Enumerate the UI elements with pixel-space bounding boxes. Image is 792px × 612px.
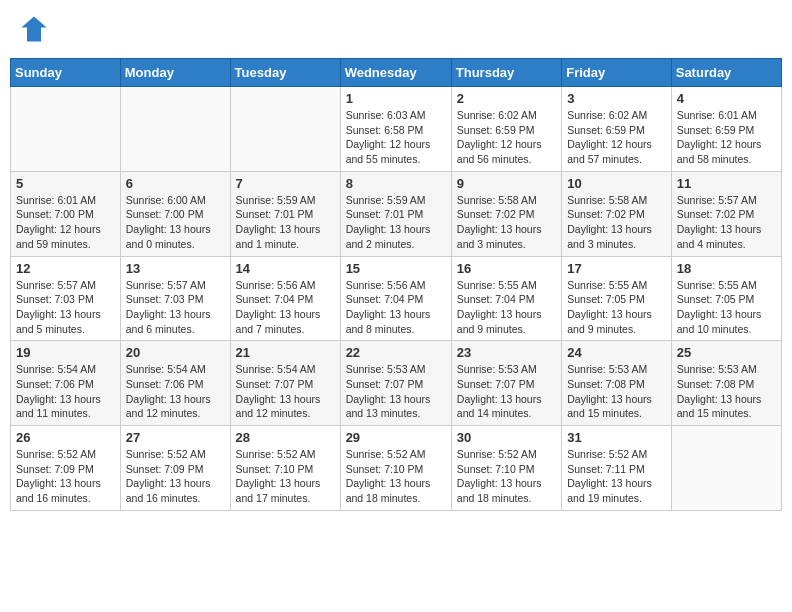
day-number: 9 <box>457 176 556 191</box>
cell-content: Sunrise: 5:56 AMSunset: 7:04 PMDaylight:… <box>236 278 335 337</box>
calendar-table: SundayMondayTuesdayWednesdayThursdayFrid… <box>10 58 782 511</box>
weekday-header-tuesday: Tuesday <box>230 59 340 87</box>
day-number: 21 <box>236 345 335 360</box>
calendar-cell: 11Sunrise: 5:57 AMSunset: 7:02 PMDayligh… <box>671 171 781 256</box>
calendar-cell: 12Sunrise: 5:57 AMSunset: 7:03 PMDayligh… <box>11 256 121 341</box>
cell-content: Sunrise: 5:54 AMSunset: 7:07 PMDaylight:… <box>236 362 335 421</box>
cell-content: Sunrise: 6:02 AMSunset: 6:59 PMDaylight:… <box>457 108 556 167</box>
cell-content: Sunrise: 5:53 AMSunset: 7:08 PMDaylight:… <box>677 362 776 421</box>
weekday-header-row: SundayMondayTuesdayWednesdayThursdayFrid… <box>11 59 782 87</box>
day-number: 26 <box>16 430 115 445</box>
calendar-cell: 2Sunrise: 6:02 AMSunset: 6:59 PMDaylight… <box>451 87 561 172</box>
day-number: 17 <box>567 261 666 276</box>
cell-content: Sunrise: 5:53 AMSunset: 7:07 PMDaylight:… <box>346 362 446 421</box>
day-number: 22 <box>346 345 446 360</box>
cell-content: Sunrise: 5:59 AMSunset: 7:01 PMDaylight:… <box>346 193 446 252</box>
day-number: 18 <box>677 261 776 276</box>
calendar-cell <box>230 87 340 172</box>
calendar-cell: 18Sunrise: 5:55 AMSunset: 7:05 PMDayligh… <box>671 256 781 341</box>
weekday-header-friday: Friday <box>562 59 672 87</box>
calendar-cell: 29Sunrise: 5:52 AMSunset: 7:10 PMDayligh… <box>340 426 451 511</box>
day-number: 8 <box>346 176 446 191</box>
day-number: 24 <box>567 345 666 360</box>
calendar-cell: 4Sunrise: 6:01 AMSunset: 6:59 PMDaylight… <box>671 87 781 172</box>
calendar-cell: 7Sunrise: 5:59 AMSunset: 7:01 PMDaylight… <box>230 171 340 256</box>
cell-content: Sunrise: 5:57 AMSunset: 7:03 PMDaylight:… <box>126 278 225 337</box>
cell-content: Sunrise: 5:52 AMSunset: 7:09 PMDaylight:… <box>16 447 115 506</box>
calendar-cell: 27Sunrise: 5:52 AMSunset: 7:09 PMDayligh… <box>120 426 230 511</box>
calendar-cell: 19Sunrise: 5:54 AMSunset: 7:06 PMDayligh… <box>11 341 121 426</box>
calendar-cell: 14Sunrise: 5:56 AMSunset: 7:04 PMDayligh… <box>230 256 340 341</box>
cell-content: Sunrise: 5:53 AMSunset: 7:08 PMDaylight:… <box>567 362 666 421</box>
cell-content: Sunrise: 6:02 AMSunset: 6:59 PMDaylight:… <box>567 108 666 167</box>
day-number: 2 <box>457 91 556 106</box>
day-number: 19 <box>16 345 115 360</box>
day-number: 10 <box>567 176 666 191</box>
calendar-cell: 6Sunrise: 6:00 AMSunset: 7:00 PMDaylight… <box>120 171 230 256</box>
day-number: 27 <box>126 430 225 445</box>
calendar-cell: 25Sunrise: 5:53 AMSunset: 7:08 PMDayligh… <box>671 341 781 426</box>
cell-content: Sunrise: 5:57 AMSunset: 7:03 PMDaylight:… <box>16 278 115 337</box>
week-row-2: 5Sunrise: 6:01 AMSunset: 7:00 PMDaylight… <box>11 171 782 256</box>
cell-content: Sunrise: 5:52 AMSunset: 7:09 PMDaylight:… <box>126 447 225 506</box>
cell-content: Sunrise: 6:03 AMSunset: 6:58 PMDaylight:… <box>346 108 446 167</box>
svg-marker-0 <box>21 16 46 41</box>
weekday-header-sunday: Sunday <box>11 59 121 87</box>
calendar-cell: 13Sunrise: 5:57 AMSunset: 7:03 PMDayligh… <box>120 256 230 341</box>
cell-content: Sunrise: 5:55 AMSunset: 7:05 PMDaylight:… <box>567 278 666 337</box>
day-number: 30 <box>457 430 556 445</box>
cell-content: Sunrise: 5:53 AMSunset: 7:07 PMDaylight:… <box>457 362 556 421</box>
week-row-5: 26Sunrise: 5:52 AMSunset: 7:09 PMDayligh… <box>11 426 782 511</box>
day-number: 6 <box>126 176 225 191</box>
day-number: 15 <box>346 261 446 276</box>
calendar-cell: 17Sunrise: 5:55 AMSunset: 7:05 PMDayligh… <box>562 256 672 341</box>
calendar-cell: 5Sunrise: 6:01 AMSunset: 7:00 PMDaylight… <box>11 171 121 256</box>
weekday-header-monday: Monday <box>120 59 230 87</box>
calendar-cell: 30Sunrise: 5:52 AMSunset: 7:10 PMDayligh… <box>451 426 561 511</box>
day-number: 12 <box>16 261 115 276</box>
calendar-cell: 20Sunrise: 5:54 AMSunset: 7:06 PMDayligh… <box>120 341 230 426</box>
day-number: 5 <box>16 176 115 191</box>
day-number: 29 <box>346 430 446 445</box>
cell-content: Sunrise: 5:57 AMSunset: 7:02 PMDaylight:… <box>677 193 776 252</box>
calendar-cell: 24Sunrise: 5:53 AMSunset: 7:08 PMDayligh… <box>562 341 672 426</box>
calendar-cell: 23Sunrise: 5:53 AMSunset: 7:07 PMDayligh… <box>451 341 561 426</box>
page-header <box>10 10 782 48</box>
calendar-cell: 9Sunrise: 5:58 AMSunset: 7:02 PMDaylight… <box>451 171 561 256</box>
day-number: 31 <box>567 430 666 445</box>
calendar-cell: 21Sunrise: 5:54 AMSunset: 7:07 PMDayligh… <box>230 341 340 426</box>
calendar-cell: 3Sunrise: 6:02 AMSunset: 6:59 PMDaylight… <box>562 87 672 172</box>
calendar-cell: 22Sunrise: 5:53 AMSunset: 7:07 PMDayligh… <box>340 341 451 426</box>
cell-content: Sunrise: 5:58 AMSunset: 7:02 PMDaylight:… <box>457 193 556 252</box>
week-row-3: 12Sunrise: 5:57 AMSunset: 7:03 PMDayligh… <box>11 256 782 341</box>
calendar-cell: 26Sunrise: 5:52 AMSunset: 7:09 PMDayligh… <box>11 426 121 511</box>
cell-content: Sunrise: 5:58 AMSunset: 7:02 PMDaylight:… <box>567 193 666 252</box>
cell-content: Sunrise: 5:52 AMSunset: 7:11 PMDaylight:… <box>567 447 666 506</box>
day-number: 11 <box>677 176 776 191</box>
calendar-cell: 10Sunrise: 5:58 AMSunset: 7:02 PMDayligh… <box>562 171 672 256</box>
logo-icon <box>20 15 48 43</box>
day-number: 23 <box>457 345 556 360</box>
calendar-cell <box>11 87 121 172</box>
calendar-cell: 1Sunrise: 6:03 AMSunset: 6:58 PMDaylight… <box>340 87 451 172</box>
calendar-cell: 15Sunrise: 5:56 AMSunset: 7:04 PMDayligh… <box>340 256 451 341</box>
calendar-cell <box>120 87 230 172</box>
day-number: 13 <box>126 261 225 276</box>
day-number: 7 <box>236 176 335 191</box>
calendar-cell: 8Sunrise: 5:59 AMSunset: 7:01 PMDaylight… <box>340 171 451 256</box>
day-number: 14 <box>236 261 335 276</box>
cell-content: Sunrise: 5:52 AMSunset: 7:10 PMDaylight:… <box>236 447 335 506</box>
weekday-header-thursday: Thursday <box>451 59 561 87</box>
day-number: 20 <box>126 345 225 360</box>
day-number: 4 <box>677 91 776 106</box>
day-number: 3 <box>567 91 666 106</box>
calendar-cell: 28Sunrise: 5:52 AMSunset: 7:10 PMDayligh… <box>230 426 340 511</box>
cell-content: Sunrise: 5:52 AMSunset: 7:10 PMDaylight:… <box>346 447 446 506</box>
calendar-cell: 31Sunrise: 5:52 AMSunset: 7:11 PMDayligh… <box>562 426 672 511</box>
cell-content: Sunrise: 6:00 AMSunset: 7:00 PMDaylight:… <box>126 193 225 252</box>
cell-content: Sunrise: 5:56 AMSunset: 7:04 PMDaylight:… <box>346 278 446 337</box>
weekday-header-wednesday: Wednesday <box>340 59 451 87</box>
day-number: 25 <box>677 345 776 360</box>
calendar-cell: 16Sunrise: 5:55 AMSunset: 7:04 PMDayligh… <box>451 256 561 341</box>
day-number: 16 <box>457 261 556 276</box>
